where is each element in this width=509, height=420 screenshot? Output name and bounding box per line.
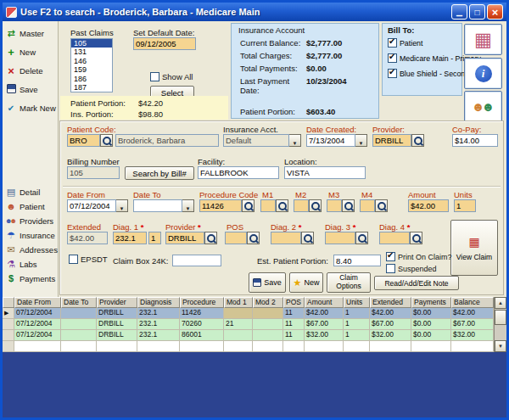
m3-lookup-button[interactable] (342, 199, 355, 212)
patients-button[interactable] (464, 91, 502, 123)
save-button[interactable]: Save (249, 272, 286, 293)
umbrella-icon (5, 231, 17, 240)
diag3-field[interactable] (325, 232, 355, 244)
m1-lookup-button[interactable] (276, 199, 288, 212)
list-item[interactable]: 159 (71, 65, 112, 74)
list-item[interactable]: 187 (71, 83, 112, 92)
m2-lookup-button[interactable] (309, 199, 322, 212)
magnifier-icon (356, 232, 367, 244)
show-all-checkbox[interactable] (150, 72, 159, 81)
claim-options-button[interactable]: Claim Options (327, 272, 371, 293)
amount-field[interactable]: $42.00 (408, 199, 449, 212)
insurance-acct-dropdown-button[interactable] (289, 134, 301, 147)
list-item[interactable]: 105 (71, 39, 112, 48)
grid-scrollbar[interactable] (494, 297, 506, 352)
bill-to-patient-checkbox[interactable] (388, 38, 397, 48)
diag-pointer-field[interactable]: 1 (148, 232, 161, 244)
claim-provider-lookup-button[interactable] (204, 232, 217, 244)
claim-box-24k-field[interactable] (172, 255, 221, 266)
diag4-lookup-button[interactable] (410, 232, 422, 244)
provider-lookup-button[interactable] (411, 134, 424, 147)
grid-empty-row (3, 341, 506, 352)
date-from-field[interactable]: 07/12/2004 (67, 199, 116, 212)
diag4-field[interactable] (379, 232, 410, 244)
m4-lookup-button[interactable] (375, 199, 388, 212)
column-header (3, 297, 14, 308)
sidebar-item-labs[interactable]: Labs (3, 257, 58, 272)
two-people-icon (472, 99, 495, 115)
epsdt-checkbox[interactable] (69, 255, 78, 264)
set-default-date-field[interactable]: 09/12/2005 (133, 37, 196, 50)
search-by-bill-button[interactable]: Search by Bill# (125, 166, 194, 180)
sidebar-item-mark-new[interactable]: Mark New (3, 98, 58, 117)
close-button[interactable] (487, 4, 503, 20)
m2-field[interactable] (294, 199, 309, 212)
patient-code-field[interactable]: BRO (67, 134, 100, 147)
magnifier-icon (412, 135, 423, 146)
chevron-down-icon (359, 133, 364, 148)
diag2-field[interactable] (271, 232, 301, 244)
m4-field[interactable] (360, 199, 375, 212)
minimize-button[interactable] (451, 4, 467, 20)
diag1-field[interactable]: 232.1 (113, 232, 147, 244)
sidebar-item-new[interactable]: New (3, 42, 58, 61)
diag3-lookup-button[interactable] (355, 232, 368, 244)
grid-cell: 232.1 (137, 330, 180, 341)
pos-field[interactable] (225, 232, 247, 244)
grid-row[interactable]: 07/12/2004 DRBILL 232.1 86001 11 $32.00 … (3, 330, 506, 341)
bill-to-blueshield-row: Blue Shield - Secondary (388, 69, 461, 78)
amount-label: Amount (408, 190, 436, 199)
new-button[interactable]: New (289, 272, 323, 293)
sidebar-item-providers[interactable]: Providers (3, 214, 58, 228)
grid-row[interactable]: 07/12/2004 DRBILL 232.1 70260 21 11 $67.… (3, 319, 506, 330)
date-to-dropdown-button[interactable] (182, 199, 194, 212)
m3-field[interactable] (327, 199, 342, 212)
grid-cell: 11 (283, 319, 305, 330)
bill-to-medicare-checkbox[interactable] (388, 53, 397, 63)
list-item[interactable]: 146 (71, 57, 112, 65)
scroll-thumb[interactable] (495, 310, 506, 325)
list-item[interactable]: 186 (71, 75, 112, 83)
date-from-dropdown-button[interactable] (116, 199, 128, 212)
sidebar-item-delete[interactable]: Delete (3, 61, 58, 80)
scroll-down-button[interactable] (495, 340, 506, 352)
sidebar-item-payments[interactable]: Payments (3, 272, 58, 286)
suspended-checkbox[interactable] (386, 264, 395, 273)
diag2-lookup-button[interactable] (301, 232, 314, 244)
date-created-dropdown-button[interactable] (355, 134, 367, 147)
info-button[interactable] (464, 58, 502, 89)
suspended-row: Suspended (386, 264, 437, 273)
units-field[interactable]: 1 (454, 199, 476, 212)
grid-row[interactable]: 07/12/2004 DRBILL 232.1 11426 11 $42.00 … (3, 308, 506, 319)
patient-code-lookup-button[interactable] (100, 134, 113, 147)
scroll-up-button[interactable] (495, 297, 506, 309)
bill-to-blueshield-checkbox[interactable] (388, 69, 397, 78)
sidebar-item-insurance[interactable]: Insurance (3, 228, 58, 243)
print-on-claim-checkbox[interactable] (386, 252, 395, 261)
bill-to-title: Bill To: (388, 25, 461, 35)
est-patient-portion-field[interactable]: 8.40 (333, 255, 381, 266)
procedure-code-field[interactable]: 11426 (199, 199, 242, 212)
view-claim-button[interactable]: View Claim (450, 220, 498, 276)
past-claims-list[interactable]: 105 131 146 159 186 187 (70, 38, 113, 92)
pos-lookup-button[interactable] (247, 232, 260, 244)
reports-button[interactable] (464, 24, 502, 55)
procedure-code-lookup-button[interactable] (242, 199, 255, 212)
list-item[interactable]: 131 (71, 48, 112, 56)
provider-field[interactable]: DRBILL (372, 134, 411, 147)
grid-cell: 07/12/2004 (14, 319, 61, 330)
sidebar-item-master[interactable]: Master (3, 24, 58, 42)
date-created-field[interactable]: 7/13/2004 (306, 134, 355, 147)
maximize-button[interactable] (469, 4, 485, 20)
facility-field[interactable]: FALLBROOK (198, 166, 279, 179)
sidebar-item-addresses[interactable]: Addresses (3, 243, 58, 257)
date-to-field[interactable] (133, 199, 182, 212)
sidebar-item-detail[interactable]: Detail (3, 185, 58, 199)
location-field[interactable]: VISTA (284, 166, 366, 179)
claim-provider-field[interactable]: DRBILL (165, 232, 204, 244)
sidebar-item-save[interactable]: Save (3, 80, 58, 98)
copay-field[interactable]: $14.00 (452, 134, 498, 147)
m1-field[interactable] (260, 199, 276, 212)
sidebar-item-patient[interactable]: Patient (3, 199, 58, 214)
read-add-edit-note-button[interactable]: Read/Add/Edit Note (374, 276, 459, 290)
